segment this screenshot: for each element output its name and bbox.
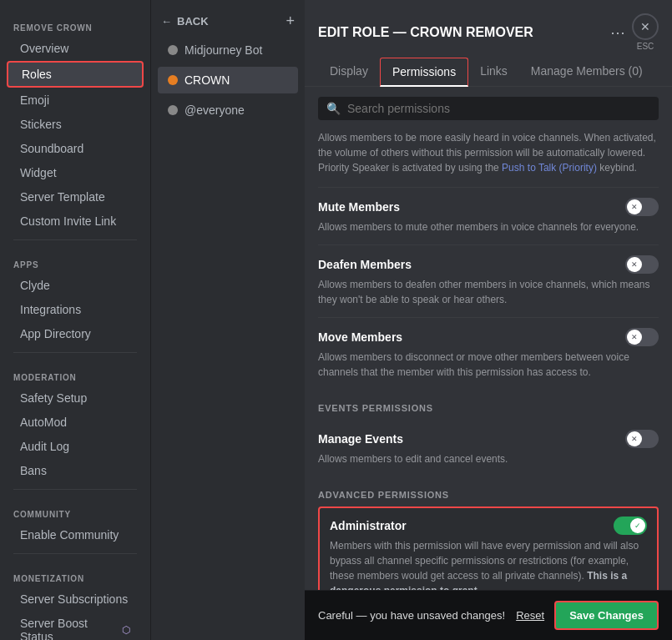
toggle-knob bbox=[627, 330, 642, 345]
sidebar-item-label: Enable Community bbox=[20, 528, 119, 542]
sidebar-item-custom-invite[interactable]: Custom Invite Link bbox=[7, 209, 144, 233]
permission-desc: Allows members to deafen other members i… bbox=[318, 277, 659, 307]
tab-permissions[interactable]: Permissions bbox=[380, 58, 468, 87]
sidebar-item-audit-log[interactable]: Audit Log bbox=[7, 435, 144, 458]
sidebar-item-server-boost-status[interactable]: Server Boost Status ⬡ bbox=[7, 612, 144, 640]
esc-label: ESC bbox=[637, 42, 654, 51]
sidebar-item-label: Audit Log bbox=[20, 440, 69, 453]
sidebar-item-label: Custom Invite Link bbox=[20, 214, 116, 228]
section-monetization: MONETIZATION bbox=[0, 561, 150, 587]
esc-circle-icon: ✕ bbox=[632, 13, 659, 40]
save-changes-button[interactable]: Save Changes bbox=[554, 601, 659, 630]
administrator-toggle[interactable] bbox=[614, 517, 647, 535]
sidebar-item-enable-community[interactable]: Enable Community bbox=[7, 523, 144, 547]
sidebar-item-soundboard[interactable]: Soundboard bbox=[7, 137, 144, 160]
sidebar-item-label: Roles bbox=[22, 68, 52, 81]
mute-members-toggle[interactable] bbox=[625, 198, 659, 216]
sidebar-item-clyde[interactable]: Clyde bbox=[7, 274, 144, 297]
advanced-section-label: ADVANCED PERMISSIONS bbox=[318, 490, 659, 500]
priority-speaker-description: Allows members to be more easily heard i… bbox=[318, 130, 659, 175]
divider-monetization bbox=[13, 553, 137, 554]
permission-administrator: Administrator Members with this permissi… bbox=[318, 506, 659, 590]
sidebar-item-server-subscriptions[interactable]: Server Subscriptions bbox=[7, 587, 144, 611]
tabs-bar: Display Permissions Links Manage Members… bbox=[305, 51, 672, 87]
sidebar-item-label: Widget bbox=[20, 166, 57, 179]
toggle-knob bbox=[627, 199, 642, 214]
section-apps: APPS bbox=[0, 247, 150, 273]
more-options-button[interactable]: ⋯ bbox=[610, 23, 625, 42]
sidebar-item-label: Server Subscriptions bbox=[20, 592, 128, 606]
sidebar-item-roles[interactable]: Roles bbox=[7, 61, 144, 88]
toggle-knob bbox=[627, 257, 642, 272]
sidebar-item-widget[interactable]: Widget bbox=[7, 161, 144, 184]
search-input[interactable] bbox=[347, 102, 650, 115]
permission-move-members: Move Members Allows members to disconnec… bbox=[318, 317, 659, 390]
tab-links[interactable]: Links bbox=[468, 58, 519, 87]
toggle-knob bbox=[630, 518, 645, 533]
sidebar-item-app-directory[interactable]: App Directory bbox=[7, 322, 144, 345]
permission-mute-members: Mute Members Allows members to mute othe… bbox=[318, 187, 659, 244]
role-item-crown[interactable]: CROWN bbox=[158, 67, 298, 93]
push-to-talk-link[interactable]: Push to Talk (Priority) bbox=[502, 162, 597, 174]
sidebar-item-label: Emoji bbox=[20, 93, 49, 107]
events-section-label: EVENTS PERMISSIONS bbox=[318, 403, 659, 413]
search-bar[interactable]: 🔍 bbox=[318, 97, 659, 120]
manage-events-toggle[interactable] bbox=[625, 430, 659, 448]
permission-desc: Allows members to edit and cancel events… bbox=[318, 451, 659, 466]
role-item-everyone[interactable]: @everyone bbox=[158, 97, 298, 123]
sidebar-item-label: Bans bbox=[20, 464, 47, 477]
tab-manage-members[interactable]: Manage Members (0) bbox=[519, 58, 654, 87]
role-name: Midjourney Bot bbox=[184, 43, 262, 57]
sidebar-item-label: App Directory bbox=[20, 327, 91, 340]
sidebar-item-automod[interactable]: AutoMod bbox=[7, 411, 144, 434]
permission-desc: Allows members to disconnect or move oth… bbox=[318, 350, 659, 380]
role-color-dot bbox=[168, 45, 178, 55]
sidebar-item-emoji[interactable]: Emoji bbox=[7, 88, 144, 112]
boost-icon: ⬡ bbox=[122, 624, 130, 636]
sidebar-item-label: Soundboard bbox=[20, 142, 83, 155]
bottom-actions: Reset Save Changes bbox=[516, 601, 659, 630]
divider-apps bbox=[13, 239, 137, 240]
move-members-toggle[interactable] bbox=[625, 328, 659, 346]
sidebar-item-integrations[interactable]: Integrations bbox=[7, 298, 144, 321]
tab-display[interactable]: Display bbox=[318, 58, 380, 87]
permission-desc: Members with this permission will have e… bbox=[330, 538, 647, 590]
back-arrow-icon: ← bbox=[161, 15, 172, 28]
main-header: EDIT ROLE — CROWN REMOVER ⋯ ✕ ESC bbox=[305, 0, 672, 51]
reset-button[interactable]: Reset bbox=[516, 609, 544, 622]
sidebar-item-safety-setup[interactable]: Safety Setup bbox=[7, 386, 144, 410]
permission-name: Deafen Members bbox=[318, 258, 412, 271]
middle-header: ← BACK + bbox=[151, 0, 305, 35]
sidebar-item-label: AutoMod bbox=[20, 416, 67, 429]
sidebar-item-bans[interactable]: Bans bbox=[7, 459, 144, 482]
permission-desc: Allows members to mute other members in … bbox=[318, 219, 659, 234]
permission-name: Administrator bbox=[330, 519, 407, 532]
bottom-bar: Careful — you have unsaved changes! Rese… bbox=[305, 590, 672, 640]
page-title: EDIT ROLE — CROWN REMOVER bbox=[318, 25, 533, 40]
deafen-members-toggle[interactable] bbox=[625, 255, 659, 274]
section-community: COMMUNITY bbox=[0, 496, 150, 522]
sidebar-item-stickers[interactable]: Stickers bbox=[7, 113, 144, 136]
sidebar-item-label: Stickers bbox=[20, 118, 62, 131]
sidebar-item-overview[interactable]: Overview bbox=[7, 37, 144, 60]
add-role-button[interactable]: + bbox=[285, 13, 295, 28]
permission-manage-events: Manage Events Allows members to edit and… bbox=[318, 420, 659, 476]
permission-name: Mute Members bbox=[318, 200, 400, 214]
search-icon: 🔍 bbox=[326, 102, 341, 115]
roles-panel: ← BACK + Midjourney Bot CROWN @everyone bbox=[150, 0, 305, 640]
server-name-label: REMOVE CROWN bbox=[0, 10, 150, 36]
permissions-content: 🔍 Allows members to be more easily heard… bbox=[305, 87, 672, 590]
sidebar-item-server-template[interactable]: Server Template bbox=[7, 185, 144, 209]
esc-button[interactable]: ✕ ESC bbox=[632, 13, 659, 51]
role-name: CROWN bbox=[184, 73, 230, 87]
sidebar-item-label: Safety Setup bbox=[20, 391, 87, 405]
permission-deafen-members: Deafen Members Allows members to deafen … bbox=[318, 244, 659, 317]
permission-name: Move Members bbox=[318, 330, 402, 344]
role-item-midjourney-bot[interactable]: Midjourney Bot bbox=[158, 37, 298, 63]
unsaved-changes-text: Careful — you have unsaved changes! bbox=[318, 609, 505, 622]
back-button[interactable]: ← BACK bbox=[161, 15, 209, 28]
permission-name: Manage Events bbox=[318, 432, 403, 446]
sidebar-item-label: Server Boost Status bbox=[20, 617, 117, 640]
sidebar-item-label: Server Template bbox=[20, 190, 105, 204]
sidebar-item-label: Overview bbox=[20, 42, 68, 55]
